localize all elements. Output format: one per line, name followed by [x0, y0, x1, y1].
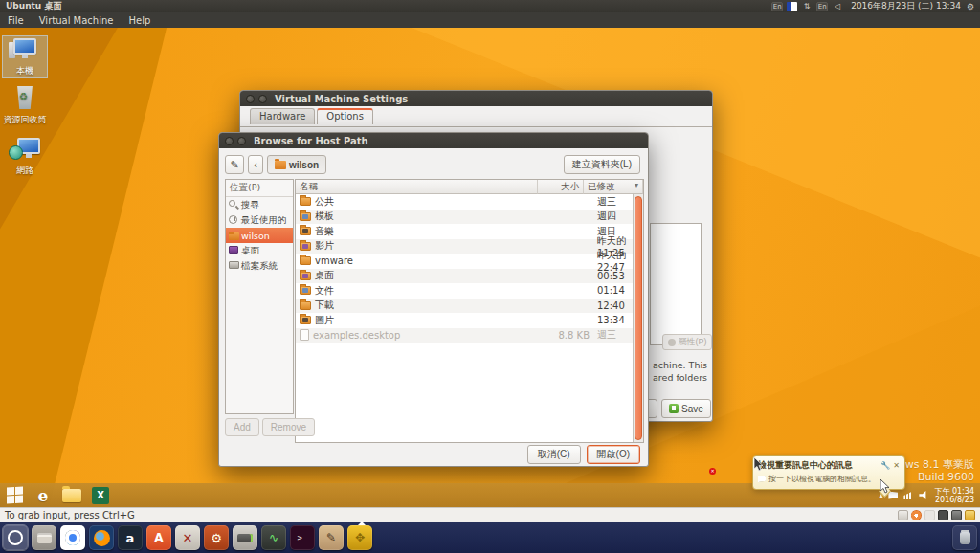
- desktop-icon-network[interactable]: 網路: [3, 136, 47, 177]
- column-size[interactable]: 大小: [538, 180, 584, 194]
- launcher-amazon-icon[interactable]: [118, 525, 143, 550]
- column-name[interactable]: 名稱: [296, 180, 538, 194]
- home-folder-icon: [275, 161, 286, 169]
- keyboard-en-indicator-2[interactable]: En: [816, 2, 828, 11]
- dialog-title: Browse for Host Path: [254, 136, 368, 146]
- desktop-icon-this-pc[interactable]: 本機: [3, 36, 47, 77]
- launcher-file-manager-icon[interactable]: [32, 525, 56, 550]
- network-updown-icon[interactable]: ⇅: [801, 2, 813, 11]
- file-row-examples-desktop[interactable]: examples.desktop 8.8 KB 週三: [296, 328, 643, 343]
- launcher-gimp-icon[interactable]: [319, 525, 344, 550]
- network-tray-icon[interactable]: [903, 491, 913, 499]
- file-row[interactable]: 文件 01:14: [296, 283, 643, 299]
- vm-settings-titlebar[interactable]: Virtual Machine Settings: [240, 91, 712, 106]
- type-path-button[interactable]: ✎: [225, 155, 244, 174]
- scrollbar-track[interactable]: [633, 194, 643, 442]
- close-icon[interactable]: [225, 137, 234, 145]
- menu-file[interactable]: File: [0, 12, 32, 28]
- file-row[interactable]: 音樂 週日: [296, 224, 643, 239]
- file-row[interactable]: 下載 12:40: [296, 299, 643, 314]
- shared-folder-device-icon[interactable]: [965, 510, 975, 520]
- place-home-wilson[interactable]: wilson: [226, 228, 293, 243]
- file-row[interactable]: 公共 週三: [296, 194, 643, 210]
- launcher-chromium-icon[interactable]: [60, 525, 85, 550]
- save-button[interactable]: Save: [661, 399, 711, 418]
- folder-icon: [300, 197, 311, 206]
- input-method-flag-icon[interactable]: [787, 2, 797, 11]
- launcher-system-monitor-icon[interactable]: [261, 525, 286, 550]
- cdrom-device-icon[interactable]: [911, 510, 922, 520]
- taskbar-excel[interactable]: X: [86, 483, 115, 507]
- minimize-icon[interactable]: [258, 95, 267, 103]
- hard-disk-device-icon[interactable]: [898, 510, 908, 520]
- windows-logo-icon: [7, 486, 23, 503]
- close-icon[interactable]: ✕: [893, 461, 900, 470]
- start-button[interactable]: [0, 483, 29, 507]
- taskbar-ie[interactable]: e: [29, 483, 57, 507]
- file-row[interactable]: vmware 昨天的 22:47: [296, 254, 643, 269]
- shared-folders-list[interactable]: [650, 223, 702, 345]
- keyboard-en-indicator[interactable]: En: [771, 2, 783, 11]
- place-filesystem[interactable]: 檔案系統: [226, 258, 293, 274]
- open-button[interactable]: 開啟(O): [587, 445, 640, 464]
- sound-device-icon[interactable]: [951, 510, 962, 520]
- panel-clock[interactable]: 2016年8月23日 (二) 13:34: [851, 0, 961, 12]
- cancel-button[interactable]: 取消(C): [527, 445, 581, 464]
- menu-help[interactable]: Help: [121, 12, 158, 28]
- minimize-icon[interactable]: [237, 137, 246, 145]
- settings-tabs: Hardware Options: [250, 108, 375, 124]
- recycle-bin-icon: [9, 85, 41, 112]
- taskbar-file-explorer[interactable]: [57, 483, 86, 507]
- tab-hardware[interactable]: Hardware: [250, 108, 315, 124]
- balloon-title[interactable]: 檢視重要訊息中心的訊息: [758, 459, 878, 472]
- launcher-disks-icon[interactable]: [233, 525, 257, 550]
- column-modified[interactable]: 已修改 ▾: [584, 180, 643, 194]
- launcher-terminal-icon[interactable]: [290, 525, 315, 550]
- tab-options[interactable]: Options: [317, 108, 373, 124]
- scrollbar-thumb[interactable]: [635, 196, 642, 440]
- volume-icon[interactable]: ◁: [832, 2, 843, 11]
- back-button[interactable]: ‹: [248, 155, 263, 174]
- file-row[interactable]: 模板 週四: [296, 210, 643, 225]
- create-folder-button[interactable]: 建立資料夾(L): [564, 155, 640, 174]
- place-desktop[interactable]: 桌面: [226, 243, 293, 258]
- breadcrumb-wilson[interactable]: wilson: [267, 155, 326, 174]
- network-device-icon[interactable]: [924, 510, 935, 520]
- network-icon: [9, 136, 41, 163]
- vmware-statusbar: To grab input, press Ctrl+G: [0, 507, 980, 522]
- display-device-icon[interactable]: [938, 510, 948, 520]
- ubuntu-top-panel: Ubuntu 桌面 En ⇅ En ◁ 2016年8月23日 (二) 13:34…: [0, 0, 980, 12]
- taskbar-clock[interactable]: 下午 01:34 2016/8/23: [934, 487, 974, 504]
- folder-icon: [300, 272, 311, 280]
- wrench-icon[interactable]: 🔧: [880, 461, 890, 470]
- place-search[interactable]: 搜尋: [226, 197, 293, 212]
- desktop-icon: [229, 246, 238, 254]
- launcher-firefox-icon[interactable]: [89, 525, 114, 550]
- file-row[interactable]: 桌面 00:53: [296, 269, 643, 284]
- desktop-icon-recycle-bin[interactable]: 資源回收筒: [3, 85, 47, 126]
- place-recent[interactable]: 最近使用的: [226, 212, 293, 228]
- launcher-ubuntu-dash-icon[interactable]: [3, 525, 28, 550]
- browse-titlebar[interactable]: Browse for Host Path: [219, 133, 648, 148]
- folder-icon: [300, 227, 311, 235]
- launcher-wine-config-icon[interactable]: [175, 525, 200, 550]
- add-place-button[interactable]: Add: [225, 418, 259, 436]
- properties-icon: [668, 339, 676, 346]
- file-row[interactable]: 圖片 13:34: [296, 313, 643, 328]
- clipped-description-text: ared folders: [653, 372, 707, 383]
- remove-place-button[interactable]: Remove: [262, 418, 315, 436]
- places-header[interactable]: 位置(P): [226, 180, 293, 197]
- launcher-vmware-icon[interactable]: [347, 525, 372, 550]
- launcher-trash-icon[interactable]: [952, 525, 977, 550]
- folder-icon: [300, 286, 311, 295]
- desktop-icon-label: 資源回收筒: [3, 114, 47, 126]
- properties-button[interactable]: 屬性(P): [662, 334, 712, 350]
- volume-tray-icon[interactable]: [919, 491, 928, 499]
- launcher-system-settings-icon[interactable]: [204, 525, 229, 550]
- file-row[interactable]: 影片 昨天的 11:25: [296, 239, 643, 254]
- launcher-software-center-icon[interactable]: [146, 525, 171, 550]
- menu-virtual-machine[interactable]: Virtual Machine: [32, 12, 122, 28]
- close-icon[interactable]: [246, 95, 255, 103]
- desktop-icon-label: 本機: [3, 65, 47, 77]
- session-gear-icon[interactable]: ⚙: [967, 2, 974, 11]
